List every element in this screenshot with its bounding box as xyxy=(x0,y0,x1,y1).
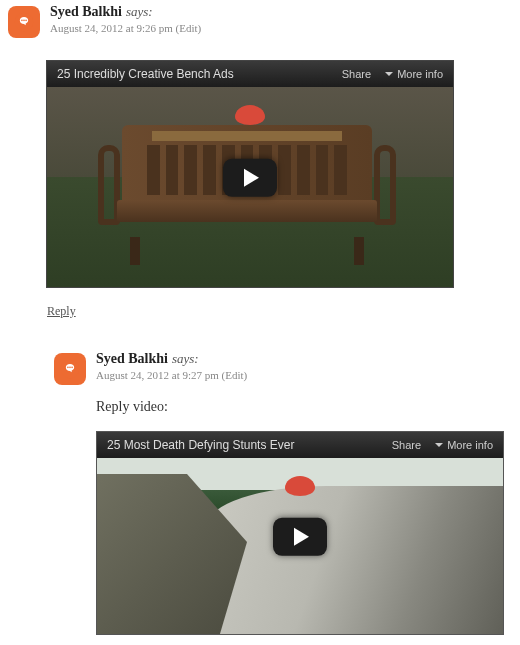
author-name[interactable]: Syed Balkhi xyxy=(50,4,122,20)
timestamp-link[interactable]: August 24, 2012 at 9:26 pm xyxy=(50,22,173,34)
says-label: says: xyxy=(172,351,199,367)
video-title[interactable]: 25 Incredibly Creative Bench Ads xyxy=(57,67,342,81)
comment-body: Reply video: xyxy=(96,399,512,415)
avatar-icon xyxy=(14,12,34,32)
pin-icon xyxy=(285,476,315,496)
comment-content: Syed Balkhi says: August 24, 2012 at 9:2… xyxy=(50,4,512,38)
comment-content: Syed Balkhi says: August 24, 2012 at 9:2… xyxy=(96,351,512,635)
reply-action: Reply xyxy=(47,304,520,319)
more-info-label: More info xyxy=(397,68,443,80)
play-button[interactable] xyxy=(273,518,327,556)
more-info-label: More info xyxy=(447,439,493,451)
svg-point-3 xyxy=(25,20,27,22)
video-embed[interactable]: 25 Most Death Defying Stunts Ever Share … xyxy=(96,431,504,635)
share-button[interactable]: Share xyxy=(392,439,421,451)
video-embed[interactable]: 25 Incredibly Creative Bench Ads Share M… xyxy=(46,60,454,288)
chevron-down-icon xyxy=(385,72,393,76)
video-title[interactable]: 25 Most Death Defying Stunts Ever xyxy=(107,438,392,452)
avatar xyxy=(8,6,40,38)
more-info-button[interactable]: More info xyxy=(435,439,493,451)
edit-link[interactable]: (Edit) xyxy=(176,22,202,34)
play-icon xyxy=(294,528,309,546)
svg-point-2 xyxy=(23,20,25,22)
svg-point-1 xyxy=(21,20,23,22)
play-icon xyxy=(244,169,259,187)
svg-point-7 xyxy=(71,367,73,369)
svg-point-5 xyxy=(67,367,69,369)
timestamp: August 24, 2012 at 9:26 pm (Edit) xyxy=(50,22,512,34)
avatar xyxy=(54,353,86,385)
timestamp: August 24, 2012 at 9:27 pm (Edit) xyxy=(96,369,512,381)
video-title-bar: 25 Incredibly Creative Bench Ads Share M… xyxy=(47,61,453,87)
video-title-bar: 25 Most Death Defying Stunts Ever Share … xyxy=(97,432,503,458)
pin-icon xyxy=(235,105,265,125)
author-name[interactable]: Syed Balkhi xyxy=(96,351,168,367)
svg-point-6 xyxy=(69,367,71,369)
comment-meta: Syed Balkhi says: xyxy=(96,351,512,367)
more-info-button[interactable]: More info xyxy=(385,68,443,80)
says-label: says: xyxy=(126,4,153,20)
avatar-icon xyxy=(60,359,80,379)
reply-link[interactable]: Reply xyxy=(47,304,76,318)
play-button[interactable] xyxy=(223,159,277,197)
share-button[interactable]: Share xyxy=(342,68,371,80)
comment: Syed Balkhi says: August 24, 2012 at 9:2… xyxy=(0,0,520,38)
edit-link[interactable]: (Edit) xyxy=(222,369,248,381)
timestamp-link[interactable]: August 24, 2012 at 9:27 pm xyxy=(96,369,219,381)
comment-nested: Syed Balkhi says: August 24, 2012 at 9:2… xyxy=(46,347,520,635)
chevron-down-icon xyxy=(435,443,443,447)
comment-meta: Syed Balkhi says: xyxy=(50,4,512,20)
